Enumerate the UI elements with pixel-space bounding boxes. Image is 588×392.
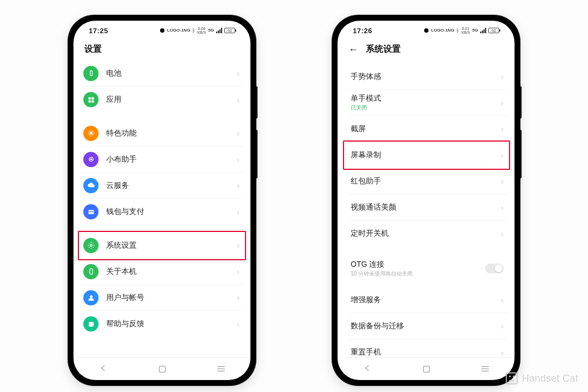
row-otg[interactable]: OTG 连接 10 分钟未使用将自动关闭 — [348, 254, 507, 283]
row-label: 钱包与支付 — [106, 207, 237, 217]
system-settings-list[interactable]: 手势体感 › 单手模式 已关闭 › 截屏 › 屏幕录制 — [338, 60, 514, 357]
row-label: 云服务 — [106, 181, 237, 191]
svg-rect-0 — [90, 71, 92, 76]
row-videocall-beauty[interactable]: 视频通话美颜 › — [348, 194, 507, 220]
chevron-right-icon: › — [237, 155, 240, 164]
row-redpacket[interactable]: 红包助手 › — [348, 168, 507, 194]
svg-rect-3 — [91, 97, 94, 99]
page-title: 系统设置 — [366, 44, 401, 55]
chevron-right-icon: › — [501, 348, 504, 357]
star-icon — [83, 126, 99, 141]
row-label: OTG 连接 — [351, 260, 485, 270]
row-enhanced-services[interactable]: 增强服务 › — [348, 287, 507, 313]
status-bar: 17:25 LOGO-1NG ᛒ 0.06KB/S 5G 60 — [74, 21, 250, 40]
chevron-right-icon: › — [501, 176, 504, 186]
svg-point-13 — [90, 295, 93, 298]
svg-point-6 — [90, 132, 93, 134]
row-label: 单手模式 — [351, 94, 501, 103]
nav-recent-icon[interactable] — [217, 366, 225, 372]
cloud-icon — [83, 178, 99, 193]
gear-icon — [83, 238, 99, 253]
svg-rect-10 — [88, 211, 94, 212]
row-backup-migrate[interactable]: 数据备份与迁移 › — [348, 313, 507, 339]
bluetooth-icon: ᛒ — [192, 28, 195, 33]
nav-recent-icon[interactable] — [481, 366, 489, 372]
row-about[interactable]: 关于本机 › — [81, 259, 243, 285]
svg-rect-2 — [88, 97, 90, 99]
chevron-right-icon: › — [501, 98, 504, 107]
chevron-right-icon: › — [501, 229, 504, 238]
row-reset-phone[interactable]: 重置手机 › — [348, 339, 507, 357]
phone-icon — [83, 264, 99, 279]
chevron-right-icon: › — [237, 320, 240, 329]
row-apps[interactable]: 应用 › — [81, 87, 243, 113]
row-gestures[interactable]: 手势体感 › — [348, 64, 507, 90]
svg-rect-5 — [91, 100, 94, 102]
back-icon[interactable]: ← — [348, 45, 358, 54]
row-label: 用户与帐号 — [106, 293, 237, 303]
otg-toggle[interactable] — [485, 264, 504, 273]
row-label: 关于本机 — [106, 267, 237, 277]
screen-left: 17:25 LOGO-1NG ᛒ 0.06KB/S 5G 60 设置 电池 › — [74, 21, 250, 380]
row-label: 帮助与反馈 — [106, 319, 237, 329]
svg-rect-12 — [90, 269, 93, 274]
screen-right: 17:26 LOGO-1NG ᛒ 0.01KB/S 5G 60 ← 系统设置 手… — [338, 21, 514, 380]
chevron-right-icon: › — [501, 321, 504, 330]
assistant-icon — [83, 152, 99, 167]
svg-point-8 — [90, 158, 92, 160]
row-features[interactable]: 特色功能 › — [81, 120, 243, 146]
phone-right: 17:26 LOGO-1NG ᛒ 0.01KB/S 5G 60 ← 系统设置 手… — [332, 15, 520, 385]
row-label: 手势体感 — [351, 72, 501, 82]
row-assistant[interactable]: 小布助手 › — [81, 146, 243, 173]
status-carrier: LOGO-1NG — [167, 28, 191, 33]
svg-point-11 — [90, 244, 92, 247]
row-system-settings[interactable]: 系统设置 › — [81, 232, 243, 259]
row-help[interactable]: 帮助与反馈 › — [81, 311, 243, 337]
row-screen-record[interactable]: 屏幕录制 › — [348, 142, 507, 168]
row-label: 特色功能 — [106, 128, 237, 138]
chevron-right-icon: › — [501, 150, 504, 160]
chevron-right-icon: › — [237, 293, 240, 302]
watermark: Handset Cat — [506, 372, 578, 384]
battery-icon: 60 — [224, 28, 235, 33]
row-account[interactable]: 用户与帐号 › — [81, 285, 243, 311]
row-label: 应用 — [106, 95, 237, 105]
chevron-right-icon: › — [237, 267, 240, 276]
status-network-type: 5G — [208, 28, 214, 33]
signal-icon — [480, 28, 486, 33]
wallet-icon — [83, 204, 99, 219]
row-scheduled-power[interactable]: 定时开关机 › — [348, 220, 507, 247]
row-wallet[interactable]: 钱包与支付 › — [81, 199, 243, 225]
row-onehand[interactable]: 单手模式 已关闭 › — [348, 90, 507, 116]
status-carrier: LOGO-1NG — [431, 28, 455, 33]
watermark-logo-icon — [506, 372, 518, 384]
status-speed: 0.06KB/S — [197, 27, 206, 34]
status-network-type: 5G — [472, 28, 478, 33]
watermark-text: Handset Cat — [522, 373, 578, 384]
row-label: 增强服务 — [351, 295, 501, 305]
row-label: 重置手机 — [351, 347, 501, 357]
settings-list[interactable]: 电池 › 应用 › 特色功能 › 小布助手 › — [74, 60, 250, 357]
chevron-right-icon: › — [237, 241, 240, 250]
nav-home-icon[interactable] — [159, 366, 166, 372]
row-battery[interactable]: 电池 › — [81, 60, 243, 87]
row-screenshot[interactable]: 截屏 › — [348, 116, 507, 142]
row-cloud[interactable]: 云服务 › — [81, 173, 243, 199]
nav-home-icon[interactable] — [423, 366, 430, 372]
chevron-right-icon: › — [501, 295, 504, 304]
row-label: 截屏 — [351, 124, 501, 134]
status-time: 17:25 — [89, 27, 108, 35]
status-time: 17:26 — [353, 27, 372, 35]
nav-back-icon[interactable] — [363, 364, 372, 375]
chevron-right-icon: › — [237, 181, 240, 190]
page-title: 设置 — [74, 40, 250, 60]
android-navbar — [338, 357, 514, 380]
row-label: 电池 — [106, 69, 237, 78]
help-icon — [83, 316, 99, 332]
apps-icon — [83, 92, 99, 107]
chevron-right-icon: › — [237, 128, 240, 138]
svg-rect-14 — [89, 322, 94, 327]
battery-icon: 60 — [488, 28, 499, 33]
nav-back-icon[interactable] — [99, 364, 108, 375]
svg-rect-1 — [90, 70, 91, 71]
